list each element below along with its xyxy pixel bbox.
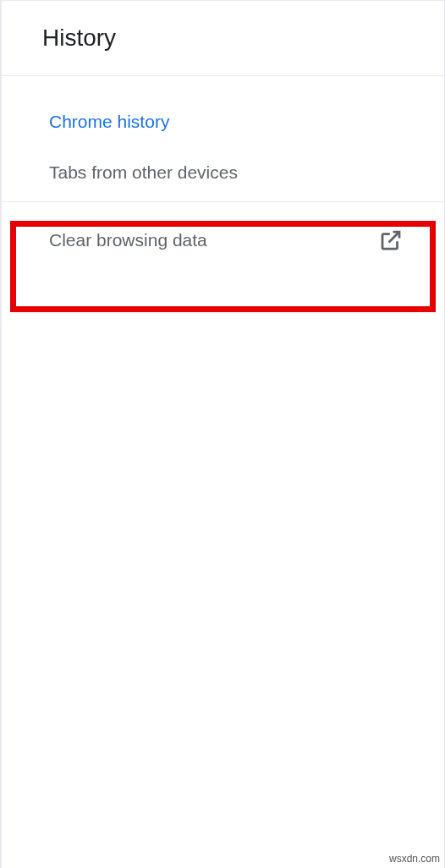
- page-title: History: [42, 25, 444, 52]
- clear-section: Clear browsing data: [2, 202, 444, 278]
- header: History: [2, 1, 444, 76]
- clear-label: Clear browsing data: [49, 230, 207, 250]
- menu-item-label: Tabs from other devices: [49, 162, 238, 183]
- open-in-new-icon: [378, 228, 404, 253]
- menu-item-tabs-other-devices[interactable]: Tabs from other devices: [2, 147, 444, 198]
- menu-item-chrome-history[interactable]: Chrome history: [2, 96, 444, 147]
- watermark: wsxdn.com: [389, 853, 440, 865]
- menu-item-label: Chrome history: [49, 112, 169, 132]
- history-sidebar: History Chrome history Tabs from other d…: [0, 0, 445, 868]
- history-menu: Chrome history Tabs from other devices: [2, 76, 444, 202]
- clear-browsing-data-button[interactable]: Clear browsing data: [2, 202, 444, 278]
